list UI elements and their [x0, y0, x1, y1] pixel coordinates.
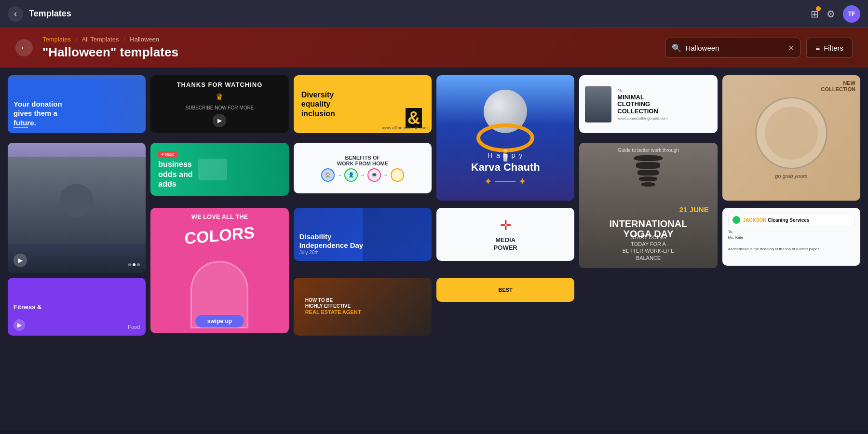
- diwali-flame: 🕯️: [498, 149, 513, 162]
- cleaning-brand: JACKSON Cleaning Services: [743, 217, 810, 223]
- clothing-url: www.someclothingbrand.com: [617, 116, 667, 121]
- breadcrumb-current: Halloween: [130, 36, 159, 43]
- notification-badge: [816, 6, 821, 11]
- template-donation[interactable]: Your donationgives them afuture.: [8, 75, 146, 133]
- search-input[interactable]: [685, 44, 784, 52]
- template-real-estate[interactable]: HOW TO BEHIGHLY EFFECTIVEREAL ESTATE AGE…: [294, 278, 432, 336]
- fashion-circle: [755, 97, 827, 169]
- breadcrumb-sep2: /: [123, 36, 125, 43]
- media-icon: ✛: [500, 217, 511, 233]
- cleaning-body-text: To,Ms. Kate A letterhead is the heading …: [728, 229, 854, 252]
- colors-title: COLORS: [150, 221, 288, 249]
- template-new-collection[interactable]: NEWCOLLECTION go grab yours: [722, 75, 860, 201]
- breadcrumb-root[interactable]: Templates: [42, 36, 71, 43]
- header-actions: 🔍 ✕ ≡ Filters: [665, 38, 853, 58]
- template-media[interactable]: ✛ MEDIAPOWER: [436, 208, 574, 261]
- fitness-play-icon: ▶: [14, 319, 25, 331]
- diwali-title: Karva Chauth: [471, 161, 540, 174]
- fitness-title: Fitness &: [14, 303, 140, 311]
- fashion-subtitle: go grab yours: [775, 173, 807, 179]
- yoga-sub: START DOINGTODAY FOR ABETTER WORK-LIFEBA…: [579, 234, 717, 261]
- cleaning-header: JACKSON Cleaning Services: [728, 214, 854, 226]
- template-disability[interactable]: DisabilityIndependence Day July 26th: [294, 208, 432, 261]
- search-icon: 🔍: [672, 43, 681, 53]
- man-dots: [128, 263, 140, 266]
- breadcrumb-sep1: /: [76, 36, 78, 43]
- donation-text: Your donationgives them afuture.: [14, 99, 140, 128]
- template-thanks[interactable]: THANKS FOR WATCHING ♛ SUBSCRIBE NOW FOR …: [150, 75, 288, 133]
- yoga-guide: Guide to better work through: [618, 148, 679, 153]
- header-content: Templates / All Templates / Halloween "H…: [42, 36, 656, 60]
- grid-icon-button[interactable]: ⊞: [811, 8, 819, 20]
- clothing-info: 46 MINIMALCLOTHINGCOLLECTION www.someclo…: [617, 88, 667, 121]
- nav-back-button[interactable]: ‹: [8, 6, 23, 22]
- colors-heading: WE LOVE ALL THE: [150, 214, 288, 220]
- template-fitness[interactable]: Fitness & ▶ Food: [8, 278, 146, 336]
- breadcrumb: Templates / All Templates / Halloween: [42, 36, 656, 43]
- clothing-title: MINIMALCLOTHINGCOLLECTION: [617, 94, 667, 115]
- header-bar: ← Templates / All Templates / Halloween …: [0, 28, 868, 68]
- business-thumbnail: [198, 159, 227, 180]
- template-wfh[interactable]: BENEFITS OFWORK FROM HOME 🏠 → 👤 → 💻 → ☑: [294, 143, 432, 193]
- man-body: [8, 157, 146, 244]
- settings-icon: ⚙: [827, 9, 835, 19]
- yoga-stones: [634, 155, 663, 187]
- template-diwali[interactable]: 🕯️ H a p p y Karva Chauth ✦ ─── ✦: [436, 75, 574, 201]
- template-man-photo[interactable]: ▶: [8, 143, 146, 273]
- template-clothing[interactable]: 46 MINIMALCLOTHINGCOLLECTION www.someclo…: [579, 75, 717, 133]
- cleaning-logo: [732, 216, 740, 224]
- top-navigation: ‹ Templates ⊞ ⚙ TF: [0, 0, 868, 28]
- colors-swipe: swipe up: [196, 315, 244, 327]
- template-yoga[interactable]: Guide to better work through 21 JUNE INT…: [579, 143, 717, 268]
- thanks-sub: SUBSCRIBE NOW FOR MORE: [186, 105, 254, 110]
- template-business[interactable]: ● REC businessodds andadds: [150, 143, 288, 196]
- search-bar: 🔍 ✕: [665, 38, 800, 58]
- avatar[interactable]: TF: [843, 5, 860, 23]
- bottom-strip-label: BEST: [498, 287, 512, 293]
- thanks-title: THANKS FOR WATCHING: [177, 81, 263, 88]
- breadcrumb-mid[interactable]: All Templates: [81, 36, 119, 43]
- diwali-deco: ✦ ─── ✦: [484, 176, 527, 187]
- man-play-icon: ▶: [14, 254, 27, 267]
- settings-icon-button[interactable]: ⚙: [827, 8, 835, 20]
- wfh-title: BENEFITS OFWORK FROM HOME: [337, 155, 388, 166]
- wfh-diagram: 🏠 → 👤 → 💻 → ☑: [321, 168, 404, 182]
- filters-label: Filters: [824, 44, 843, 52]
- thanks-play-icon: ▶: [213, 114, 226, 127]
- diwali-ring: [476, 123, 534, 152]
- template-grid: Your donationgives them afuture. THANKS …: [0, 68, 868, 430]
- clothing-number: 46: [617, 88, 667, 93]
- template-cleaning[interactable]: JACKSON Cleaning Services To,Ms. Kate A …: [722, 208, 860, 266]
- business-rec-badge: ● REC: [158, 151, 177, 158]
- re-title: HOW TO BEHIGHLY EFFECTIVEREAL ESTATE AGE…: [305, 298, 420, 315]
- page-title: "Halloween" templates: [42, 45, 656, 60]
- search-clear-button[interactable]: ✕: [788, 43, 794, 53]
- thanks-crown: ♛: [216, 92, 223, 102]
- fitness-food-label: Food: [128, 324, 140, 330]
- business-text: businessodds andadds: [158, 160, 192, 190]
- filters-icon: ≡: [815, 44, 820, 52]
- template-bottom-strip[interactable]: BEST: [436, 278, 574, 302]
- template-diversity[interactable]: Diversityequalityinclusion & www.allfori…: [294, 75, 432, 133]
- nav-icons-group: ⊞ ⚙ TF: [811, 5, 860, 23]
- header-back-button[interactable]: ←: [15, 39, 33, 56]
- disability-photo-area: [363, 208, 432, 261]
- clothing-thumbnail: [585, 86, 611, 122]
- media-title: MEDIAPOWER: [494, 236, 517, 251]
- template-colors[interactable]: WE LOVE ALL THE COLORS swipe up: [150, 208, 288, 333]
- yoga-date: 21 JUNE: [679, 205, 709, 214]
- nav-title: Templates: [29, 9, 805, 19]
- re-content: HOW TO BEHIGHLY EFFECTIVEREAL ESTATE AGE…: [299, 292, 426, 321]
- filters-button[interactable]: ≡ Filters: [806, 38, 853, 58]
- new-collection-label: NEWCOLLECTION: [821, 80, 856, 93]
